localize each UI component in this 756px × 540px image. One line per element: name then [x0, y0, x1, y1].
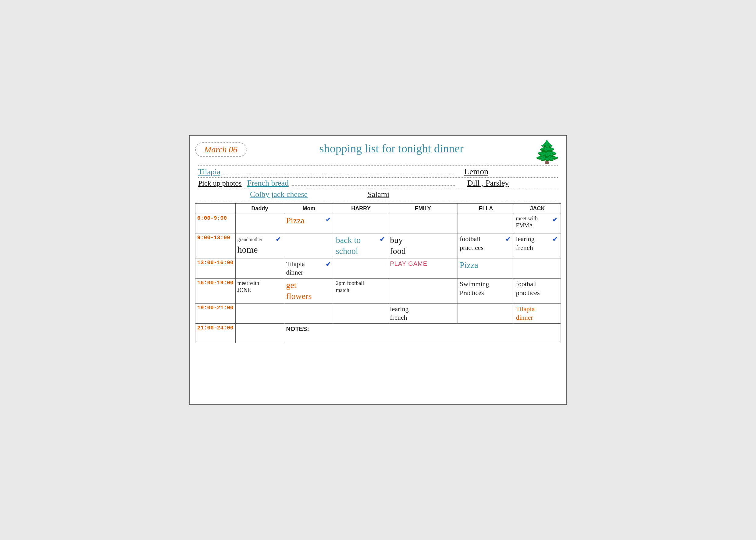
- schedule-cell: [235, 214, 284, 233]
- table-row: 16:00-19:00meet with JONEget flowers2pm …: [195, 278, 561, 303]
- shop-row-3: Colby jack cheese Salami: [198, 189, 558, 200]
- tree-icon: 🌲: [533, 141, 561, 163]
- schedule-cell: Swimming Practices: [458, 278, 514, 303]
- time-cell: 6:00-9:00: [195, 214, 235, 233]
- shop-item-dill: Dill , Parsley: [467, 179, 509, 188]
- col-daddy: Daddy: [235, 203, 284, 214]
- check-icon: ✔: [506, 235, 511, 243]
- check-icon: ✔: [379, 235, 385, 243]
- check-icon: ✔: [326, 260, 331, 268]
- date-box: March 06: [195, 142, 246, 157]
- col-jack: JACK: [514, 203, 561, 214]
- time-cell: 9:00-13:00: [195, 233, 235, 258]
- time-cell: 21:00-24:00: [195, 323, 235, 343]
- schedule-cell: [284, 233, 334, 258]
- schedule-cell: 2pm football match: [334, 278, 388, 303]
- table-row: 9:00-13:00grandmotherhome✔back to school…: [195, 233, 561, 258]
- shopping-title: shopping list for tonight dinner: [253, 141, 530, 155]
- col-time: [195, 203, 235, 214]
- shop-item-tilapia: Tilapia: [198, 167, 221, 177]
- col-ella: ELLA: [458, 203, 514, 214]
- page: March 06 shopping list for tonight dinne…: [189, 135, 567, 405]
- schedule-cell: learing french✔: [514, 233, 561, 258]
- check-icon: ✔: [552, 235, 557, 243]
- schedule-cell: NOTES:: [284, 323, 561, 343]
- schedule-cell: Tilapia dinner✔: [284, 258, 334, 278]
- schedule-table: Daddy Mom HARRY EMILY ELLA JACK 6:00-9:0…: [195, 203, 561, 343]
- schedule-cell: get flowers: [284, 278, 334, 303]
- schedule-cell: [388, 278, 458, 303]
- time-cell: 19:00-21:00: [195, 303, 235, 323]
- schedule-cell: meet with JONE: [235, 278, 284, 303]
- schedule-cell: Pizza: [458, 258, 514, 278]
- table-row: 6:00-9:00Pizza✔meet with EMMA✔: [195, 214, 561, 233]
- table-row: 19:00-21:00learing frenchTilapia dinner: [195, 303, 561, 323]
- schedule-cell: Pizza✔: [284, 214, 334, 233]
- shopping-list: Tilapia Lemon Pick up photos French brea…: [198, 166, 558, 200]
- schedule-cell: learing french: [388, 303, 458, 323]
- shop-row-1: Tilapia Lemon: [198, 166, 558, 178]
- time-cell: 16:00-19:00: [195, 278, 235, 303]
- col-harry: HARRY: [334, 203, 388, 214]
- top-section: March 06 shopping list for tonight dinne…: [195, 141, 561, 163]
- table-row: 21:00-24:00NOTES:: [195, 323, 561, 343]
- schedule-cell: [334, 258, 388, 278]
- schedule-cell: [514, 258, 561, 278]
- check-icon: ✔: [326, 216, 331, 224]
- notes-label: NOTES:: [286, 326, 309, 332]
- shop-item-salami: Salami: [367, 190, 389, 199]
- pickup-photos: Pick up photos: [198, 179, 242, 188]
- time-cell: 13:00-16:00: [195, 258, 235, 278]
- schedule-cell: PLAY GAME: [388, 258, 458, 278]
- schedule-cell: football practices: [514, 278, 561, 303]
- schedule-cell: grandmotherhome✔: [235, 233, 284, 258]
- shop-item-cheese: Colby jack cheese: [250, 190, 308, 199]
- check-icon: ✔: [552, 216, 557, 224]
- schedule-cell: buy food: [388, 233, 458, 258]
- schedule-cell: [458, 303, 514, 323]
- schedule-cell: [334, 303, 388, 323]
- schedule-cell: meet with EMMA✔: [514, 214, 561, 233]
- schedule-cell: Tilapia dinner: [514, 303, 561, 323]
- schedule-cell: football practices✔: [458, 233, 514, 258]
- table-header-row: Daddy Mom HARRY EMILY ELLA JACK: [195, 203, 561, 214]
- schedule-cell: [235, 303, 284, 323]
- shop-item-lemon: Lemon: [464, 167, 488, 177]
- schedule-cell: [388, 214, 458, 233]
- table-row: 13:00-16:00Tilapia dinner✔PLAY GAMEPizza: [195, 258, 561, 278]
- col-mom: Mom: [284, 203, 334, 214]
- shop-row-2: Pick up photos French bread Dill , Parsl…: [198, 178, 558, 189]
- schedule-cell: back to school✔: [334, 233, 388, 258]
- shop-item-french-bread: French bread: [247, 179, 289, 188]
- col-emily: EMILY: [388, 203, 458, 214]
- schedule-cell: [458, 214, 514, 233]
- schedule-cell: [284, 303, 334, 323]
- schedule-cell: [235, 323, 284, 343]
- schedule-cell: [334, 214, 388, 233]
- schedule-cell: [235, 258, 284, 278]
